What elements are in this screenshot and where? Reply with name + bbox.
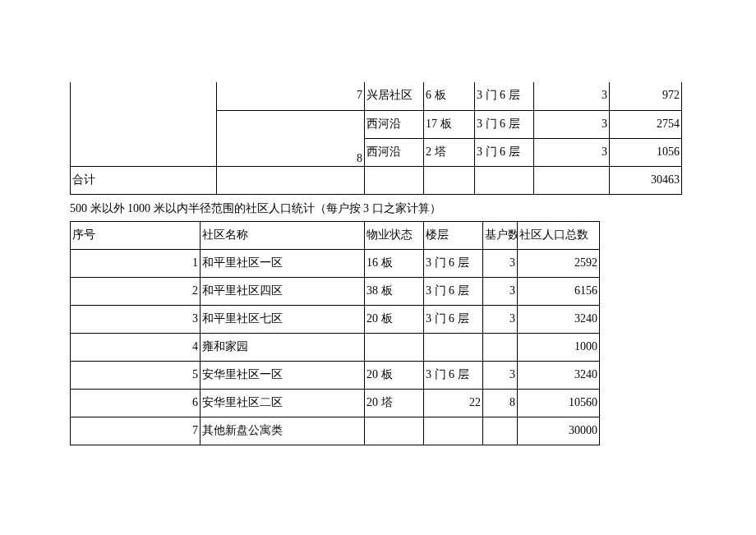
cell-blank [475,166,534,194]
population-table-upper: 7 兴居社区 6 板 3 门 6 层 3 972 8 西河沿 17 板 3 门 … [70,82,682,195]
cell-pop: 3240 [518,361,600,389]
table-row: 7 其他新盘公寓类 30000 [71,417,600,445]
table-header-row: 序号 社区名称 物业状态 楼层 基户数 社区人口总数 [71,221,600,249]
cell-base: 8 [483,389,518,417]
cell-seq: 3 [71,305,201,333]
cell-seq: 8 [217,110,365,166]
cell-property [365,333,424,361]
cell-base: 3 [534,82,610,110]
header-floors: 楼层 [424,221,483,249]
cell-blank [365,166,424,194]
cell-floors: 22 [424,389,483,417]
table-row: 6 安华里社区二区 20 塔 22 8 10560 [71,389,600,417]
cell-pop: 6156 [518,277,600,305]
cell-seq: 7 [71,417,201,445]
header-name: 社区名称 [201,221,365,249]
cell-seq: 6 [71,389,201,417]
cell-property: 20 板 [365,361,424,389]
cell-floors: 3 门 6 层 [424,249,483,277]
cell-property: 20 塔 [365,389,424,417]
total-label: 合计 [71,166,217,194]
cell-name: 西河沿 [365,138,424,166]
cell-blank [217,166,365,194]
cell-pop: 2754 [610,110,682,138]
table-row: 1 和平里社区一区 16 板 3 门 6 层 3 2592 [71,249,600,277]
cell-property [365,417,424,445]
table2-caption: 500 米以外 1000 米以内半径范围的社区人口统计（每户按 3 口之家计算） [70,201,686,216]
cell-property: 6 板 [424,82,475,110]
cell-property: 16 板 [365,249,424,277]
cell-floors: 3 门 6 层 [475,138,534,166]
cell-pop: 2592 [518,249,600,277]
cell-floors: 3 门 6 层 [424,277,483,305]
cell-seq: 4 [71,333,201,361]
cell-floors [424,333,483,361]
cell-floors: 3 门 6 层 [424,305,483,333]
cell-blank [424,166,475,194]
cell-name: 兴居社区 [365,82,424,110]
population-table-lower: 序号 社区名称 物业状态 楼层 基户数 社区人口总数 1 和平里社区一区 16 … [70,221,600,445]
cell-base: 3 [534,138,610,166]
cell-name: 和平里社区七区 [201,305,365,333]
cell-property: 17 板 [424,110,475,138]
table-row: 7 兴居社区 6 板 3 门 6 层 3 972 [71,82,682,110]
cell-floors: 3 门 6 层 [475,110,534,138]
cell-base: 3 [483,361,518,389]
cell-name: 安华里社区一区 [201,361,365,389]
cell-floors: 3 门 6 层 [424,361,483,389]
cell-pop: 1000 [518,333,600,361]
cell-property: 20 板 [365,305,424,333]
header-seq: 序号 [71,221,201,249]
cell-base [483,417,518,445]
total-value: 30463 [610,166,682,194]
cell-base [483,333,518,361]
cell-pop: 30000 [518,417,600,445]
cell-seq: 2 [71,277,201,305]
header-pop: 社区人口总数 [518,221,600,249]
cell-floors: 3 门 6 层 [475,82,534,110]
cell-seq: 7 [217,82,365,110]
header-property: 物业状态 [365,221,424,249]
cell-name: 和平里社区一区 [201,249,365,277]
cell-pop: 3240 [518,305,600,333]
cell-property: 38 板 [365,277,424,305]
table-row: 4 雍和家园 1000 [71,333,600,361]
cell-base: 3 [534,110,610,138]
cell-name: 西河沿 [365,110,424,138]
cell-floors [424,417,483,445]
cell-name: 雍和家园 [201,333,365,361]
table-row: 5 安华里社区一区 20 板 3 门 6 层 3 3240 [71,361,600,389]
cell-pop: 1056 [610,138,682,166]
table-total-row: 合计 30463 [71,166,682,194]
table-row: 3 和平里社区七区 20 板 3 门 6 层 3 3240 [71,305,600,333]
cell-name: 和平里社区四区 [201,277,365,305]
cell-blank [71,82,217,166]
table-row: 2 和平里社区四区 38 板 3 门 6 层 3 6156 [71,277,600,305]
cell-seq: 1 [71,249,201,277]
cell-name: 安华里社区二区 [201,389,365,417]
cell-blank [534,166,610,194]
cell-property: 2 塔 [424,138,475,166]
cell-base: 3 [483,249,518,277]
cell-base: 3 [483,305,518,333]
header-base: 基户数 [483,221,518,249]
cell-pop: 972 [610,82,682,110]
cell-name: 其他新盘公寓类 [201,417,365,445]
cell-seq: 5 [71,361,201,389]
cell-pop: 10560 [518,389,600,417]
cell-base: 3 [483,277,518,305]
